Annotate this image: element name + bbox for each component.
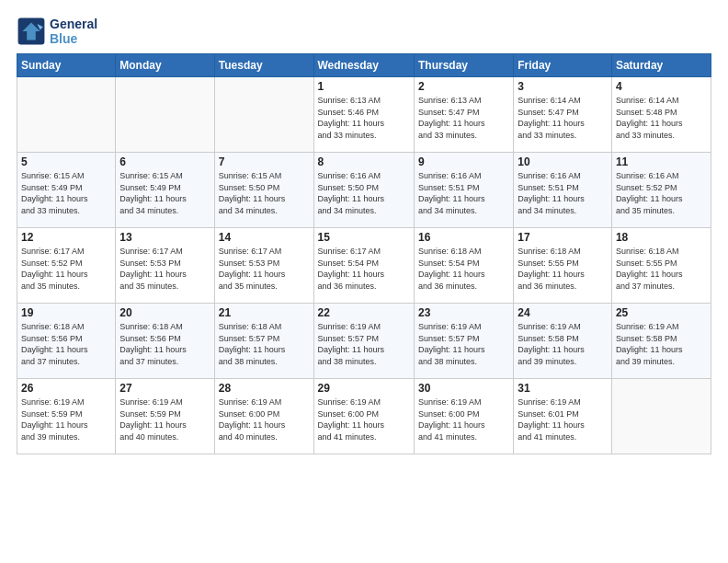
day-number: 27 bbox=[119, 382, 210, 395]
calendar-cell: 24Sunrise: 6:19 AM Sunset: 5:58 PM Dayli… bbox=[514, 304, 612, 379]
day-number: 17 bbox=[518, 231, 608, 244]
day-info: Sunrise: 6:17 AM Sunset: 5:54 PM Dayligh… bbox=[318, 246, 410, 292]
day-info: Sunrise: 6:18 AM Sunset: 5:55 PM Dayligh… bbox=[518, 246, 608, 292]
weekday-header-sunday: Sunday bbox=[17, 54, 116, 77]
day-info: Sunrise: 6:16 AM Sunset: 5:50 PM Dayligh… bbox=[318, 170, 410, 216]
day-number: 25 bbox=[616, 306, 707, 319]
day-number: 30 bbox=[418, 382, 509, 395]
calendar-cell: 15Sunrise: 6:17 AM Sunset: 5:54 PM Dayli… bbox=[313, 228, 414, 304]
calendar-cell bbox=[214, 77, 313, 153]
day-number: 11 bbox=[616, 155, 707, 168]
calendar-cell: 21Sunrise: 6:18 AM Sunset: 5:57 PM Dayli… bbox=[214, 304, 313, 379]
calendar-cell: 10Sunrise: 6:16 AM Sunset: 5:51 PM Dayli… bbox=[514, 153, 612, 228]
calendar-cell: 18Sunrise: 6:18 AM Sunset: 5:55 PM Dayli… bbox=[611, 228, 711, 304]
page: General Blue SundayMondayTuesdayWednesda… bbox=[0, 0, 728, 563]
day-number: 16 bbox=[418, 231, 509, 244]
calendar-cell: 16Sunrise: 6:18 AM Sunset: 5:54 PM Dayli… bbox=[414, 228, 513, 304]
day-number: 1 bbox=[318, 80, 410, 93]
calendar-cell bbox=[611, 379, 711, 454]
day-number: 3 bbox=[518, 80, 608, 93]
day-info: Sunrise: 6:13 AM Sunset: 5:46 PM Dayligh… bbox=[318, 95, 410, 141]
day-info: Sunrise: 6:18 AM Sunset: 5:54 PM Dayligh… bbox=[418, 246, 509, 292]
calendar-cell: 30Sunrise: 6:19 AM Sunset: 6:00 PM Dayli… bbox=[414, 379, 513, 454]
day-info: Sunrise: 6:15 AM Sunset: 5:49 PM Dayligh… bbox=[119, 170, 210, 216]
day-info: Sunrise: 6:19 AM Sunset: 6:00 PM Dayligh… bbox=[318, 396, 410, 442]
calendar-cell: 31Sunrise: 6:19 AM Sunset: 6:01 PM Dayli… bbox=[514, 379, 612, 454]
day-number: 13 bbox=[119, 231, 210, 244]
calendar-cell: 3Sunrise: 6:14 AM Sunset: 5:47 PM Daylig… bbox=[514, 77, 612, 153]
day-info: Sunrise: 6:19 AM Sunset: 5:57 PM Dayligh… bbox=[318, 321, 410, 367]
day-number: 23 bbox=[418, 306, 509, 319]
day-info: Sunrise: 6:18 AM Sunset: 5:56 PM Dayligh… bbox=[119, 321, 210, 367]
weekday-header-wednesday: Wednesday bbox=[313, 54, 414, 77]
weekday-header-tuesday: Tuesday bbox=[214, 54, 313, 77]
weekday-header-thursday: Thursday bbox=[414, 54, 513, 77]
calendar-cell: 28Sunrise: 6:19 AM Sunset: 6:00 PM Dayli… bbox=[214, 379, 313, 454]
calendar-cell: 9Sunrise: 6:16 AM Sunset: 5:51 PM Daylig… bbox=[414, 153, 513, 228]
day-number: 5 bbox=[21, 155, 111, 168]
calendar-cell: 7Sunrise: 6:15 AM Sunset: 5:50 PM Daylig… bbox=[214, 153, 313, 228]
day-info: Sunrise: 6:13 AM Sunset: 5:47 PM Dayligh… bbox=[418, 95, 509, 141]
day-info: Sunrise: 6:16 AM Sunset: 5:52 PM Dayligh… bbox=[616, 170, 707, 216]
day-info: Sunrise: 6:17 AM Sunset: 5:52 PM Dayligh… bbox=[21, 246, 111, 292]
weekday-header-friday: Friday bbox=[514, 54, 612, 77]
logo: General Blue bbox=[17, 17, 97, 46]
logo-icon bbox=[17, 17, 46, 46]
day-info: Sunrise: 6:19 AM Sunset: 5:58 PM Dayligh… bbox=[616, 321, 707, 367]
day-info: Sunrise: 6:18 AM Sunset: 5:56 PM Dayligh… bbox=[21, 321, 111, 367]
day-info: Sunrise: 6:19 AM Sunset: 6:00 PM Dayligh… bbox=[219, 396, 310, 442]
calendar-cell: 25Sunrise: 6:19 AM Sunset: 5:58 PM Dayli… bbox=[611, 304, 711, 379]
day-number: 24 bbox=[518, 306, 608, 319]
day-info: Sunrise: 6:18 AM Sunset: 5:55 PM Dayligh… bbox=[616, 246, 707, 292]
calendar-cell: 2Sunrise: 6:13 AM Sunset: 5:47 PM Daylig… bbox=[414, 77, 513, 153]
day-number: 15 bbox=[318, 231, 410, 244]
week-row-2: 5Sunrise: 6:15 AM Sunset: 5:49 PM Daylig… bbox=[17, 153, 711, 228]
day-number: 4 bbox=[616, 80, 707, 93]
day-number: 12 bbox=[21, 231, 111, 244]
weekday-header-monday: Monday bbox=[116, 54, 214, 77]
calendar-cell: 27Sunrise: 6:19 AM Sunset: 5:59 PM Dayli… bbox=[116, 379, 214, 454]
day-info: Sunrise: 6:15 AM Sunset: 5:49 PM Dayligh… bbox=[21, 170, 111, 216]
day-number: 10 bbox=[518, 155, 608, 168]
calendar-cell bbox=[17, 77, 116, 153]
calendar-cell bbox=[116, 77, 214, 153]
calendar-cell: 13Sunrise: 6:17 AM Sunset: 5:53 PM Dayli… bbox=[116, 228, 214, 304]
day-info: Sunrise: 6:19 AM Sunset: 5:59 PM Dayligh… bbox=[21, 396, 111, 442]
weekday-header-saturday: Saturday bbox=[611, 54, 711, 77]
day-number: 19 bbox=[21, 306, 111, 319]
day-number: 18 bbox=[616, 231, 707, 244]
day-info: Sunrise: 6:15 AM Sunset: 5:50 PM Dayligh… bbox=[219, 170, 310, 216]
calendar-cell: 8Sunrise: 6:16 AM Sunset: 5:50 PM Daylig… bbox=[313, 153, 414, 228]
day-number: 7 bbox=[219, 155, 310, 168]
calendar-cell: 11Sunrise: 6:16 AM Sunset: 5:52 PM Dayli… bbox=[611, 153, 711, 228]
calendar-cell: 29Sunrise: 6:19 AM Sunset: 6:00 PM Dayli… bbox=[313, 379, 414, 454]
calendar-cell: 4Sunrise: 6:14 AM Sunset: 5:48 PM Daylig… bbox=[611, 77, 711, 153]
weekday-header-row: SundayMondayTuesdayWednesdayThursdayFrid… bbox=[17, 54, 711, 77]
day-number: 8 bbox=[318, 155, 410, 168]
day-info: Sunrise: 6:19 AM Sunset: 6:01 PM Dayligh… bbox=[518, 396, 608, 442]
week-row-1: 1Sunrise: 6:13 AM Sunset: 5:46 PM Daylig… bbox=[17, 77, 711, 153]
day-info: Sunrise: 6:16 AM Sunset: 5:51 PM Dayligh… bbox=[418, 170, 509, 216]
week-row-3: 12Sunrise: 6:17 AM Sunset: 5:52 PM Dayli… bbox=[17, 228, 711, 304]
day-info: Sunrise: 6:14 AM Sunset: 5:47 PM Dayligh… bbox=[518, 95, 608, 141]
calendar-cell: 6Sunrise: 6:15 AM Sunset: 5:49 PM Daylig… bbox=[116, 153, 214, 228]
day-info: Sunrise: 6:16 AM Sunset: 5:51 PM Dayligh… bbox=[518, 170, 608, 216]
day-number: 14 bbox=[219, 231, 310, 244]
calendar-table: SundayMondayTuesdayWednesdayThursdayFrid… bbox=[17, 53, 711, 454]
calendar-cell: 23Sunrise: 6:19 AM Sunset: 5:57 PM Dayli… bbox=[414, 304, 513, 379]
day-info: Sunrise: 6:19 AM Sunset: 5:59 PM Dayligh… bbox=[119, 396, 210, 442]
day-number: 9 bbox=[418, 155, 509, 168]
day-info: Sunrise: 6:14 AM Sunset: 5:48 PM Dayligh… bbox=[616, 95, 707, 141]
day-number: 29 bbox=[318, 382, 410, 395]
day-number: 26 bbox=[21, 382, 111, 395]
calendar-cell: 26Sunrise: 6:19 AM Sunset: 5:59 PM Dayli… bbox=[17, 379, 116, 454]
day-info: Sunrise: 6:19 AM Sunset: 5:57 PM Dayligh… bbox=[418, 321, 509, 367]
calendar-cell: 22Sunrise: 6:19 AM Sunset: 5:57 PM Dayli… bbox=[313, 304, 414, 379]
logo-text: General Blue bbox=[50, 17, 97, 46]
day-number: 2 bbox=[418, 80, 509, 93]
day-number: 6 bbox=[119, 155, 210, 168]
day-number: 21 bbox=[219, 306, 310, 319]
calendar-cell: 19Sunrise: 6:18 AM Sunset: 5:56 PM Dayli… bbox=[17, 304, 116, 379]
day-number: 22 bbox=[318, 306, 410, 319]
day-number: 31 bbox=[518, 382, 608, 395]
